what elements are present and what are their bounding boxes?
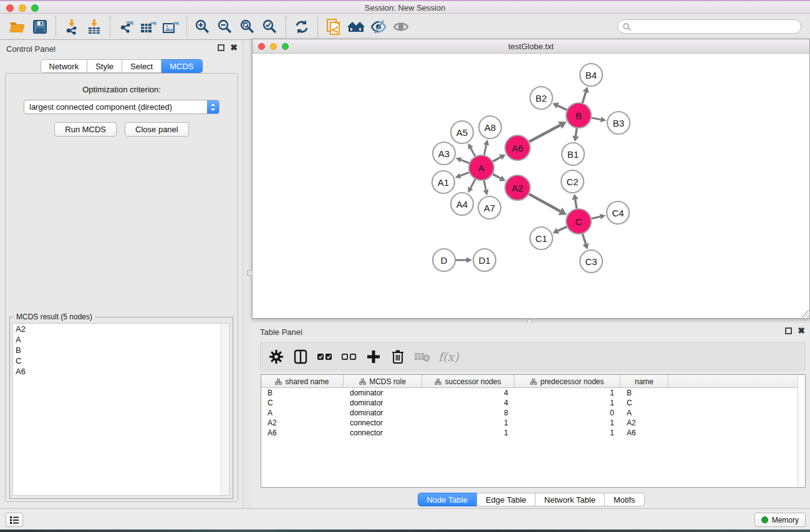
zoom-fit-icon[interactable] — [236, 17, 259, 37]
column-header-name[interactable]: name — [620, 375, 668, 388]
result-list-item[interactable]: C — [13, 355, 229, 366]
delete-column-icon[interactable] — [390, 349, 406, 365]
vertical-splitter-handle[interactable] — [247, 270, 253, 276]
column-header-successor-nodes[interactable]: successor nodes — [422, 375, 514, 388]
criterion-dropdown[interactable]: largest connected component (directed) — [24, 100, 219, 114]
resize-grip[interactable] — [801, 309, 809, 317]
close-table-panel-icon[interactable]: ✖ — [798, 327, 805, 334]
edge-A2-C[interactable] — [529, 194, 560, 211]
save-session-icon[interactable] — [29, 17, 51, 37]
edge-A-A4[interactable] — [471, 180, 475, 188]
table-cell: C — [620, 398, 668, 408]
node-label-D: D — [441, 255, 448, 266]
refresh-icon[interactable] — [291, 17, 313, 37]
edge-A-A1[interactable] — [460, 172, 469, 175]
import-network-icon[interactable] — [60, 17, 83, 37]
close-panel-icon[interactable]: ✖ — [230, 44, 238, 51]
column-selector-icon[interactable] — [292, 349, 309, 365]
result-list-item[interactable]: A — [13, 334, 229, 345]
search-field[interactable] — [617, 19, 801, 34]
tab-select[interactable]: Select — [122, 59, 162, 73]
column-header-predecessor-nodes[interactable]: predecessor nodes — [514, 375, 620, 388]
table-scrollbar[interactable] — [798, 375, 805, 487]
memory-button[interactable]: Memory — [755, 513, 806, 527]
toolbar-separator — [55, 16, 56, 37]
network-window-titlebar[interactable]: testGlobe.txt — [253, 39, 809, 54]
mcds-result-list[interactable]: A2ABCA6 — [12, 323, 230, 496]
zoom-in-icon[interactable] — [191, 17, 214, 37]
tab-network-table[interactable]: Network Table — [536, 493, 605, 506]
open-file-icon[interactable] — [6, 17, 29, 37]
network-graph[interactable]: B4B2BB3A8A5A6A3B1AC2A1A2A4A7C4CC1DD1C3 — [253, 54, 809, 318]
copy-document-icon[interactable] — [322, 17, 345, 37]
node-label-A8: A8 — [485, 122, 496, 133]
tab-node-table[interactable]: Node Table — [417, 493, 477, 506]
tab-mcds[interactable]: MCDS — [162, 59, 202, 73]
select-all-icon[interactable] — [317, 349, 333, 365]
table-cell: 4 — [422, 398, 514, 408]
tab-style[interactable]: Style — [87, 59, 122, 73]
edge-B-B2[interactable] — [557, 105, 567, 110]
show-graphics-icon[interactable] — [390, 17, 412, 37]
edge-A-A2[interactable] — [493, 174, 500, 178]
titlebar: Session: New Session — [0, 0, 810, 14]
mcds-tab-panel: Optimization criterion: largest connecte… — [5, 73, 238, 502]
add-column-icon[interactable] — [365, 349, 382, 365]
run-mcds-button[interactable]: Run MCDS — [54, 122, 117, 137]
result-list-item[interactable]: A2 — [13, 324, 229, 334]
edge-A-A6[interactable] — [493, 157, 500, 162]
table-panel: Table Panel ✖ — [252, 323, 810, 508]
network-window: testGlobe.txt B4B2BB3A8A5A6A3B1AC2A1A2A4… — [252, 39, 810, 319]
table-body: Bdominator41BCdominator41CAdominator80AA… — [261, 388, 805, 438]
task-history-button[interactable] — [6, 513, 23, 527]
hide-graphics-icon[interactable] — [367, 17, 390, 37]
edge-B-B3[interactable] — [592, 118, 601, 120]
edge-C-C2[interactable] — [575, 200, 576, 209]
deselect-all-icon[interactable] — [341, 349, 357, 365]
table-row[interactable]: A2connector11A2 — [261, 418, 805, 428]
zoom-selected-icon[interactable] — [259, 17, 281, 37]
result-scrollbar[interactable] — [221, 324, 229, 495]
export-image-icon[interactable] — [160, 17, 182, 37]
close-panel-button[interactable]: Close panel — [125, 122, 189, 137]
edge-A-A5[interactable] — [471, 148, 475, 156]
settings-gear-icon[interactable] — [268, 349, 284, 365]
node-label-A5: A5 — [456, 127, 468, 138]
home-view-icon[interactable] — [345, 17, 367, 37]
edge-B-B4[interactable] — [582, 92, 586, 103]
edge-A6-B[interactable] — [529, 125, 561, 142]
result-list-item[interactable]: B — [13, 345, 229, 355]
table-row[interactable]: Adominator80A — [261, 408, 805, 418]
float-table-panel-icon[interactable] — [785, 327, 792, 334]
table-cell: A6 — [261, 428, 344, 438]
edge-C-C3[interactable] — [582, 234, 586, 244]
edge-A-A7[interactable] — [484, 181, 486, 190]
edge-C-C1[interactable] — [558, 227, 567, 231]
node-label-A3: A3 — [438, 148, 450, 159]
float-panel-icon[interactable] — [218, 44, 224, 51]
column-header-MCDS-role[interactable]: MCDS role — [344, 375, 422, 388]
table-row[interactable]: A6connector11A6 — [261, 428, 805, 438]
network-canvas[interactable]: B4B2BB3A8A5A6A3B1AC2A1A2A4A7C4CC1DD1C3 — [253, 54, 809, 318]
export-network-icon[interactable] — [115, 17, 137, 37]
node-label-B: B — [576, 110, 582, 121]
tab-edge-table[interactable]: Edge Table — [477, 493, 536, 506]
edge-A-A8[interactable] — [484, 145, 486, 155]
edge-B-B1[interactable] — [576, 128, 577, 136]
zoom-out-icon[interactable] — [214, 17, 236, 37]
edge-A-A3[interactable] — [461, 160, 469, 163]
node-label-C4: C4 — [612, 208, 624, 218]
import-table-icon[interactable] — [83, 17, 105, 37]
node-label-C2: C2 — [566, 177, 578, 187]
table-row[interactable]: Bdominator41B — [261, 388, 805, 398]
table-row[interactable]: Cdominator41C — [261, 398, 805, 408]
column-header-shared-name[interactable]: shared name — [261, 375, 344, 388]
tab-motifs[interactable]: Motifs — [605, 493, 645, 506]
edge-C-C4[interactable] — [591, 216, 600, 218]
export-table-icon[interactable] — [137, 17, 160, 37]
delete-table-icon — [414, 349, 430, 365]
node-table[interactable]: shared nameMCDS rolesuccessor nodesprede… — [261, 374, 806, 488]
search-input[interactable] — [631, 21, 801, 32]
result-list-item[interactable]: A6 — [13, 366, 229, 377]
tab-network[interactable]: Network — [40, 59, 87, 73]
